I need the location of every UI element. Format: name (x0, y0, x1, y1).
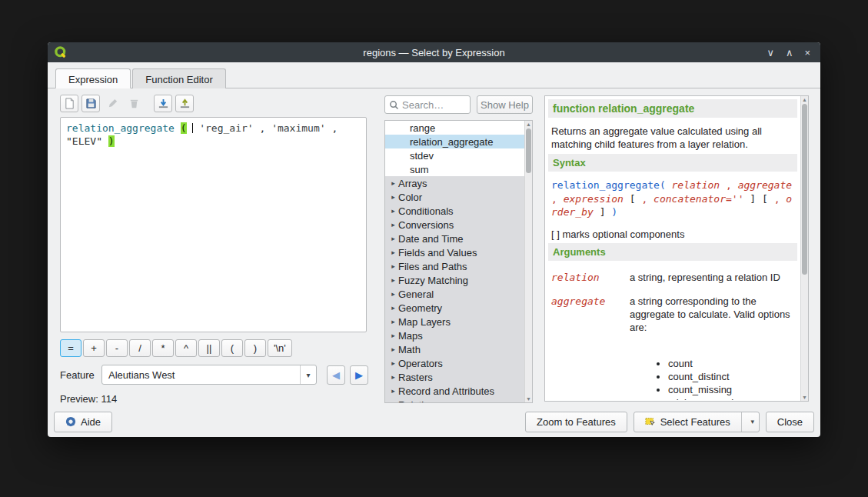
tab-bar: Expression Function Editor (48, 62, 820, 88)
function-list-item[interactable]: ▸ sum (385, 162, 524, 176)
function-list-item[interactable]: ▸ Arrays (385, 176, 524, 190)
function-list-item[interactable]: ▸ Record and Attributes (385, 384, 524, 398)
rollup-button[interactable]: ∨ (767, 48, 774, 58)
search-box[interactable] (384, 95, 471, 114)
operator-button[interactable]: - (106, 339, 128, 357)
expression-editor[interactable]: relation_aggregate ( 'reg_air' , 'maximu… (60, 117, 367, 332)
function-list-item[interactable]: ▸ Geometry (385, 301, 524, 315)
expand-arrow-icon[interactable]: ▸ (388, 401, 398, 403)
scroll-up-icon[interactable]: ▲ (801, 97, 808, 102)
select-features-button[interactable]: Select Features ▾ (634, 412, 760, 432)
expand-arrow-icon[interactable]: ▸ (388, 345, 398, 353)
operator-button[interactable]: ^ (175, 339, 197, 357)
scrollbar-thumb[interactable] (802, 104, 807, 275)
function-list-item[interactable]: ▸ Math (385, 342, 524, 356)
expand-arrow-icon[interactable]: ▸ (388, 276, 398, 284)
maximize-button[interactable]: ∧ (786, 48, 793, 58)
previous-feature-button[interactable]: ◀ (327, 365, 345, 385)
function-list-item[interactable]: ▸ Map Layers (385, 315, 524, 329)
operator-button[interactable]: || (198, 339, 220, 357)
delete-expression-button[interactable] (125, 95, 143, 112)
expand-arrow-icon[interactable]: ▸ (388, 235, 398, 242)
function-list-item[interactable]: ▸ relation_aggregate (385, 135, 524, 148)
operator-button[interactable]: ) (244, 339, 266, 357)
syntax-segment: , (641, 193, 647, 205)
expand-arrow-icon[interactable]: ▸ (388, 290, 398, 298)
new-expression-button[interactable] (60, 95, 78, 112)
edit-expression-button[interactable] (103, 95, 121, 112)
function-list-item-label: Conversions (398, 219, 454, 231)
scroll-down-icon[interactable]: ▼ (801, 395, 808, 400)
expand-arrow-icon[interactable]: ▸ (388, 221, 398, 228)
next-feature-button[interactable]: ▶ (350, 365, 368, 385)
operator-button[interactable]: / (129, 339, 151, 357)
close-window-button[interactable]: × (804, 48, 810, 58)
expand-arrow-icon[interactable]: ▸ (388, 193, 398, 201)
scrollbar-thumb[interactable] (526, 128, 531, 173)
help-scrollbar[interactable]: ▲ ▼ (800, 96, 808, 401)
close-button[interactable]: Close (766, 412, 814, 432)
function-list-scrollbar[interactable]: ▲ ▼ (524, 121, 532, 402)
function-list-item-label: Operators (398, 358, 443, 369)
expand-arrow-icon[interactable]: ▸ (388, 248, 398, 256)
syntax-segment: ] (600, 206, 606, 218)
expand-arrow-icon[interactable]: ▸ (388, 318, 398, 325)
function-list-item[interactable]: ▸ stdev (385, 148, 524, 162)
operator-button[interactable]: + (83, 339, 105, 357)
aggregate-option: count_missing (668, 384, 800, 395)
expand-arrow-icon[interactable]: ▸ (388, 207, 398, 215)
show-help-button[interactable]: Show Help (477, 95, 533, 114)
expand-arrow-icon[interactable]: ▸ (388, 304, 398, 312)
function-list-item[interactable]: ▸ Date and Time (385, 232, 524, 245)
function-list-item[interactable]: ▸ Operators (385, 356, 524, 370)
function-list-item[interactable]: ▸ Conversions (385, 218, 524, 232)
export-expressions-button[interactable] (175, 95, 194, 112)
function-list-item[interactable]: ▸ Color (385, 190, 524, 204)
aggregate-options-list: count count_distinct count_missing minim… (668, 358, 800, 401)
function-list-item[interactable]: ▸ Maps (385, 329, 524, 342)
tab-function-editor[interactable]: Function Editor (132, 68, 225, 88)
dialog-body: relation_aggregate ( 'reg_air' , 'maximu… (48, 88, 820, 406)
tab-expression[interactable]: Expression (55, 68, 131, 88)
scroll-down-icon[interactable]: ▼ (525, 396, 532, 402)
scroll-up-icon[interactable]: ▲ (525, 122, 532, 127)
expand-arrow-icon[interactable]: ▸ (388, 179, 398, 187)
function-list-item-label: Conditionals (398, 205, 454, 217)
argument-row: aggregate a string corresponding to the … (551, 295, 794, 335)
function-list-item-label: Color (398, 192, 422, 203)
function-list-item[interactable]: ▸ Files and Paths (385, 259, 524, 273)
expand-arrow-icon[interactable]: ▸ (388, 359, 398, 367)
expression-toolbar (60, 95, 194, 112)
operator-button[interactable]: '\n' (268, 339, 292, 357)
syntax-segment: ] (750, 193, 756, 205)
function-list-item[interactable]: ▸ Fuzzy Matching (385, 273, 524, 287)
function-list-item[interactable]: ▸ Fields and Values (385, 245, 524, 259)
function-list-item[interactable]: ▸ range (385, 121, 524, 135)
syntax-segment: , (726, 179, 732, 191)
function-list-item[interactable]: ▸ General (385, 287, 524, 301)
function-list-item[interactable]: ▸ Conditionals (385, 204, 524, 218)
save-expression-button[interactable] (81, 95, 100, 112)
expand-arrow-icon[interactable]: ▸ (388, 262, 398, 270)
feature-combobox[interactable]: Aleutians West ▾ (101, 365, 317, 385)
help-title: function relation_aggregate (548, 99, 797, 118)
function-list-item-label: General (398, 289, 434, 300)
operator-button[interactable]: ( (221, 339, 243, 357)
titlebar[interactable]: regions — Select by Expression ∨ ∧ × (48, 42, 820, 62)
select-features-dropdown-arrow[interactable]: ▾ (747, 418, 759, 425)
function-list-item[interactable]: ▸ Rasters (385, 370, 524, 384)
expand-arrow-icon[interactable]: ▸ (388, 332, 398, 339)
function-list-item-label: Geometry (398, 302, 442, 314)
expand-arrow-icon[interactable]: ▸ (388, 387, 398, 395)
function-list-item[interactable]: ▸ Relations (385, 398, 524, 403)
import-expressions-button[interactable] (154, 95, 172, 112)
chevron-down-icon[interactable]: ▾ (300, 365, 316, 384)
operator-button[interactable]: = (60, 339, 81, 357)
expand-arrow-icon[interactable]: ▸ (388, 373, 398, 381)
operator-button[interactable]: * (152, 339, 174, 357)
zoom-to-features-button[interactable]: Zoom to Features (525, 412, 627, 432)
help-button[interactable]: Aide (54, 412, 112, 432)
aggregate-option: count_distinct (668, 371, 800, 382)
search-input[interactable] (402, 99, 467, 111)
syntax-segment: aggregate (738, 179, 792, 191)
